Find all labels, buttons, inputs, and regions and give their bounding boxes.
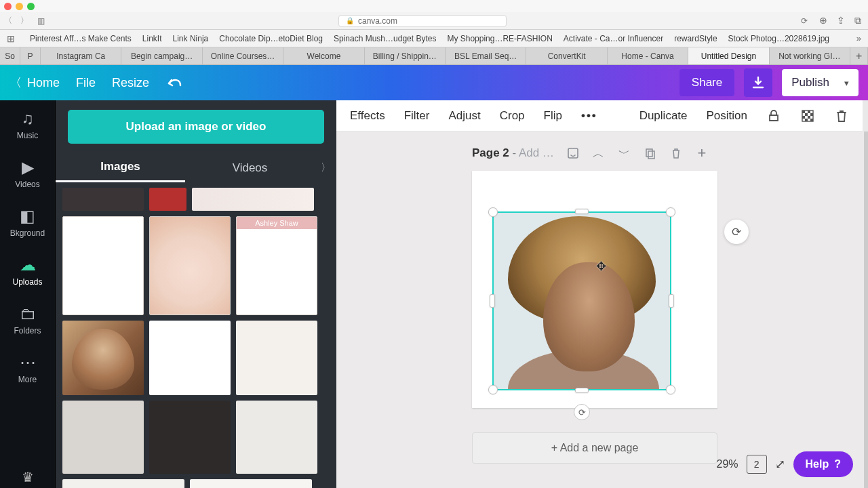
ctx-flip[interactable]: Flip: [544, 109, 562, 123]
delete-page-icon[interactable]: [669, 146, 683, 160]
bookmark-overflow[interactable]: »: [856, 33, 861, 43]
upload-thumb[interactable]: [149, 216, 231, 315]
bookmark-item[interactable]: Activate - Ca…or Influencer: [564, 34, 663, 43]
copy-page-icon[interactable]: [644, 146, 657, 160]
upload-button[interactable]: Upload an image or video: [68, 110, 324, 144]
mac-zoom[interactable]: [27, 3, 35, 10]
sidebar-icon[interactable]: ▥: [33, 16, 49, 26]
ctx-effects[interactable]: Effects: [350, 109, 385, 123]
fullscreen-icon[interactable]: ⤢: [775, 457, 785, 472]
url-bar[interactable]: 🔒canva.com: [49, 15, 796, 27]
ctx-crop[interactable]: Crop: [500, 109, 525, 123]
page-count[interactable]: 2: [747, 455, 767, 474]
resize-handle-ml[interactable]: [490, 294, 495, 308]
share-button[interactable]: Share: [679, 69, 734, 96]
resize-handle-tr[interactable]: [666, 207, 675, 217]
nav-back[interactable]: 〈: [0, 15, 16, 26]
transparency-icon[interactable]: [800, 108, 815, 123]
resize-handle-bl[interactable]: [488, 385, 498, 394]
bookmark-item[interactable]: Chocolate Dip…etoDiet Blog: [219, 34, 323, 43]
upload-thumb[interactable]: [236, 321, 317, 395]
browser-tab[interactable]: Instagram Ca: [41, 47, 121, 64]
move-up-icon[interactable]: ︿: [592, 146, 606, 160]
zoom-level[interactable]: 29%: [717, 458, 738, 470]
resize-handle-tm[interactable]: [575, 209, 589, 214]
bookmark-item[interactable]: rewardStyle: [674, 34, 717, 43]
share-icon[interactable]: ⇪: [837, 15, 845, 26]
mac-close[interactable]: [4, 3, 12, 10]
undo-button[interactable]: [165, 75, 183, 90]
ctx-duplicate[interactable]: Duplicate: [639, 109, 688, 123]
resize-menu[interactable]: Resize: [112, 76, 149, 90]
apps-icon[interactable]: ⊞: [7, 33, 15, 44]
canvas-stage[interactable]: Page 2 - Add … ︿ ﹀ + ✥ ⟳: [336, 131, 868, 488]
resize-handle-mr[interactable]: [669, 294, 674, 308]
rail-music[interactable]: ♫Music: [0, 100, 55, 149]
upload-thumb[interactable]: Ashley Shaw: [236, 216, 317, 315]
publish-button[interactable]: Publish ▾: [782, 69, 859, 96]
bookmark-item[interactable]: LinkIt: [142, 34, 162, 43]
browser-tab[interactable]: Home - Canva: [608, 47, 688, 64]
upload-thumb[interactable]: [149, 188, 186, 211]
lock-icon[interactable]: [766, 108, 781, 123]
resize-handle-bm[interactable]: [575, 388, 589, 393]
reader-icon[interactable]: ⊕: [819, 15, 827, 26]
rail-uploads[interactable]: ☁Uploads: [0, 247, 55, 296]
trash-icon[interactable]: [834, 108, 849, 123]
upload-thumb[interactable]: [149, 401, 231, 474]
upload-thumb[interactable]: [62, 321, 144, 395]
help-button[interactable]: Help?: [793, 451, 853, 477]
nav-fwd[interactable]: 〉: [16, 15, 33, 26]
rail-more[interactable]: ⋯More: [0, 344, 55, 393]
browser-tab-active[interactable]: Untitled Design: [688, 47, 769, 64]
tabs-icon[interactable]: ⧉: [854, 15, 861, 26]
tab-videos[interactable]: Videos: [185, 155, 315, 182]
add-page-button[interactable]: + Add a new page: [472, 432, 717, 464]
upload-thumb[interactable]: [190, 479, 312, 488]
selected-image[interactable]: ✥ ⟳: [492, 211, 671, 390]
add-page-icon[interactable]: +: [695, 146, 709, 160]
bookmark-item[interactable]: Link Ninja: [173, 34, 209, 43]
upload-thumb[interactable]: [236, 401, 317, 474]
bookmark-item[interactable]: Pinterest Aff…s Make Cents: [30, 34, 132, 43]
bookmark-item[interactable]: Spinach Mush…udget Bytes: [334, 34, 436, 43]
tabs-scroll-right[interactable]: 〉: [315, 161, 336, 174]
file-menu[interactable]: File: [76, 76, 96, 90]
upload-thumb[interactable]: [62, 479, 184, 488]
browser-tab[interactable]: Billing / Shippin…: [365, 47, 446, 64]
browser-tab[interactable]: Not working GI…: [770, 47, 850, 64]
bookmark-item[interactable]: Stock Photog…2028619.jpg: [728, 34, 829, 43]
new-tab-button[interactable]: +: [850, 47, 868, 64]
resize-handle-tl[interactable]: [488, 207, 498, 217]
upload-thumb[interactable]: [149, 321, 231, 395]
upload-thumb[interactable]: [62, 401, 144, 474]
upload-thumb[interactable]: [62, 188, 144, 211]
ctx-filter[interactable]: Filter: [404, 109, 430, 123]
reload-icon[interactable]: ⟳: [796, 16, 812, 26]
ctx-more[interactable]: •••: [581, 109, 597, 123]
browser-tab[interactable]: So: [0, 47, 20, 64]
home-button[interactable]: 〈 Home: [9, 75, 60, 91]
browser-tab[interactable]: P: [20, 47, 41, 64]
move-down-icon[interactable]: ﹀: [618, 146, 631, 160]
rail-videos[interactable]: ▶Videos: [0, 149, 55, 198]
upload-thumb[interactable]: [192, 188, 314, 211]
browser-tab[interactable]: Begin campaig…: [121, 47, 202, 64]
page-title-input[interactable]: Add …: [519, 146, 554, 159]
quick-action-button[interactable]: ⟳: [724, 220, 749, 244]
notes-icon[interactable]: [566, 146, 580, 160]
rail-bkground[interactable]: ◧Bkground: [0, 198, 55, 247]
download-button[interactable]: [744, 68, 772, 97]
upload-thumb[interactable]: [62, 216, 144, 315]
ctx-adjust[interactable]: Adjust: [448, 109, 480, 123]
ctx-position[interactable]: Position: [707, 109, 747, 123]
tab-images[interactable]: Images: [56, 153, 185, 182]
resize-handle-br[interactable]: [666, 385, 675, 394]
rotate-handle[interactable]: ⟳: [574, 404, 590, 420]
browser-tab[interactable]: Online Courses…: [203, 47, 283, 64]
premium-icon[interactable]: ♛: [0, 469, 55, 485]
browser-tab[interactable]: BSL Email Seq…: [446, 47, 526, 64]
browser-tab[interactable]: Welcome: [283, 47, 364, 64]
mac-minimize[interactable]: [16, 3, 23, 10]
bookmark-item[interactable]: My Shopping…RE-FASHION: [447, 34, 552, 43]
